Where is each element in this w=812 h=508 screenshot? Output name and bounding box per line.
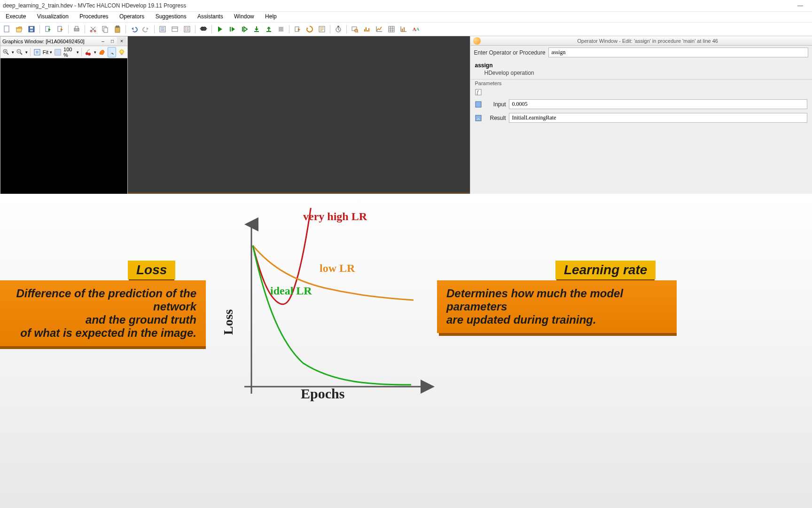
graphics-canvas[interactable] [0, 58, 128, 196]
menu-suggestions[interactable]: Suggestions [151, 12, 191, 21]
svg-rect-28 [352, 27, 357, 31]
svg-rect-42 [121, 54, 123, 55]
svg-rect-3 [30, 30, 33, 32]
param-result-label: Result [486, 115, 506, 121]
run-icon[interactable] [215, 24, 225, 34]
toolbar-separator [125, 25, 126, 33]
menu-help[interactable]: Help [260, 12, 281, 21]
paste-icon[interactable] [112, 24, 123, 34]
export2-icon[interactable] [55, 24, 65, 34]
timer-icon[interactable] [333, 24, 344, 34]
svg-rect-30 [389, 26, 394, 32]
graphics-minimize-icon[interactable]: – [98, 37, 108, 45]
enter-operator-input[interactable] [548, 48, 808, 57]
window-minimize-button[interactable]: — [791, 0, 809, 11]
list-icon[interactable] [157, 24, 168, 34]
svg-rect-19 [230, 27, 231, 32]
operator-window-icon [473, 37, 481, 45]
menu-assistants[interactable]: Assistants [193, 12, 228, 21]
print-icon[interactable] [71, 24, 82, 34]
dropdown-arrow-icon[interactable]: ▾ [94, 50, 96, 55]
svg-rect-38 [55, 49, 61, 55]
svg-rect-23 [279, 27, 283, 32]
graphics-window-titlebar[interactable]: Graphics Window: [H1A060492450] – □ × [0, 36, 128, 46]
svg-rect-22 [266, 31, 271, 32]
check-list-icon[interactable] [182, 24, 192, 34]
operator-window-title: Operator Window - Edit: 'assign' in proc… [484, 38, 812, 44]
app-title: deep_learning_2_train.hdev - MVTec HALCO… [3, 2, 186, 9]
open-icon[interactable] [14, 24, 24, 34]
redo-icon[interactable] [141, 24, 151, 34]
param-input-field[interactable] [509, 99, 808, 109]
loss-tag: Loss [128, 261, 175, 279]
step-into-icon[interactable] [251, 24, 262, 34]
dropdown-arrow-icon[interactable]: ▾ [77, 50, 79, 55]
grid-icon[interactable] [386, 24, 397, 34]
graphics-close-icon[interactable]: × [117, 37, 126, 45]
aA-icon[interactable]: AA [411, 24, 421, 34]
svg-rect-31 [402, 29, 403, 32]
svg-rect-45 [476, 102, 481, 107]
plot-icon[interactable] [374, 24, 384, 34]
actual-size-icon[interactable] [54, 47, 62, 57]
param-result-field[interactable] [509, 113, 808, 123]
dropdown-arrow-icon[interactable]: ▾ [25, 50, 28, 55]
operator-description: HDevelop operation [470, 70, 812, 79]
props-icon[interactable] [170, 24, 180, 34]
zoom-in-icon[interactable] [2, 47, 10, 57]
reset2-icon[interactable] [304, 24, 315, 34]
menu-operators[interactable]: Operators [115, 12, 149, 21]
parameters-label: Parameters [470, 79, 812, 87]
low-lr-label: low LR [320, 262, 355, 275]
code-editor-panel[interactable] [128, 36, 470, 196]
menu-visualization[interactable]: Visualization [32, 12, 73, 21]
dropdown-arrow-icon[interactable]: ▾ [50, 50, 52, 55]
svg-text:ƒ: ƒ [476, 90, 479, 95]
fit-icon[interactable] [33, 47, 41, 57]
menu-window[interactable]: Window [229, 12, 259, 21]
cherry-icon[interactable] [84, 47, 93, 57]
step-icon[interactable] [227, 24, 237, 34]
dropdown-arrow-icon[interactable]: ▾ [12, 50, 14, 55]
main-toolbar: AA [0, 23, 812, 36]
toolbar-separator [289, 25, 289, 33]
step-out-icon[interactable] [264, 24, 274, 34]
step-over-icon[interactable] [239, 24, 250, 34]
find-icon[interactable] [198, 24, 209, 34]
toolbar-separator [346, 25, 347, 33]
lr-desc-line1: Determines how much the model parameters [446, 287, 667, 313]
lightbulb-icon[interactable] [117, 47, 126, 57]
zoom-out-icon[interactable] [16, 47, 24, 57]
pointer-icon[interactable] [108, 47, 116, 57]
cut-icon[interactable] [88, 24, 98, 34]
workspace: Graphics Window: [H1A060492450] – □ × ▾ … [0, 36, 812, 196]
svg-rect-11 [104, 28, 108, 32]
loss-desc-line3: of what is expected in the image. [3, 326, 196, 340]
svg-point-40 [88, 53, 91, 56]
x-axis-label: Epochs [301, 386, 344, 402]
reset-icon[interactable] [292, 24, 303, 34]
loss-description: Difference of the prediction of the netw… [0, 280, 206, 346]
histogram-icon[interactable] [362, 24, 372, 34]
graphics-maximize-icon[interactable]: □ [108, 37, 117, 45]
export-icon[interactable] [43, 24, 53, 34]
inspect-icon[interactable] [350, 24, 360, 34]
new-icon[interactable] [2, 24, 12, 34]
svg-rect-7 [75, 26, 78, 29]
save-icon[interactable] [26, 24, 37, 34]
toolbar-separator [211, 25, 212, 33]
menu-procedures[interactable]: Procedures [75, 12, 113, 21]
menu-bar: Execute Visualization Procedures Operato… [0, 12, 812, 23]
param-formula-icon[interactable]: ƒ [475, 89, 484, 95]
chart2-icon[interactable] [398, 24, 409, 34]
toolbar-separator [39, 25, 40, 33]
menu-execute[interactable]: Execute [1, 12, 31, 21]
zoom-value[interactable]: 100 % [63, 47, 75, 58]
y-axis-label: Loss [221, 310, 236, 335]
stop-icon[interactable] [276, 24, 286, 34]
copy-icon[interactable] [100, 24, 110, 34]
operator-window-titlebar[interactable]: Operator Window - Edit: 'assign' in proc… [470, 36, 812, 46]
undo-icon[interactable] [129, 24, 139, 34]
region-icon[interactable] [98, 47, 106, 57]
reset3-icon[interactable] [317, 24, 327, 34]
